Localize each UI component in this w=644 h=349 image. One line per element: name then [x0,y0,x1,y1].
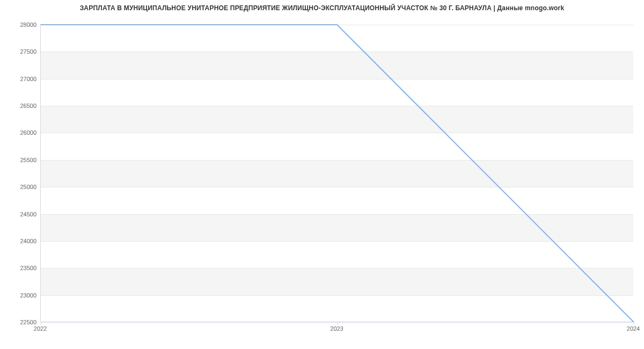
y-axis-label: 27000 [20,76,36,82]
y-axis-label: 27500 [20,48,36,55]
plot-area [40,25,633,322]
y-axis-label: 25500 [20,157,36,163]
y-axis-label: 26500 [20,103,36,109]
y-axis-label: 26000 [20,129,36,136]
x-tick [338,322,338,325]
series-line [41,25,633,322]
x-axis-label: 2023 [330,325,343,332]
y-axis-label: 24500 [20,211,36,217]
y-axis-label: 28000 [20,21,36,28]
y-axis-label: 23500 [20,265,36,271]
x-axis-label: 2022 [34,325,47,332]
y-axis-label: 24000 [20,238,36,244]
x-axis-label: 2024 [627,325,640,332]
x-tick [41,322,41,325]
chart-title: ЗАРПЛАТА В МУНИЦИПАЛЬНОЕ УНИТАРНОЕ ПРЕДП… [0,4,644,12]
line-series [41,25,633,322]
x-tick [634,322,634,325]
y-axis-label: 25000 [20,184,36,190]
y-axis-label: 23000 [20,292,36,299]
y-axis-label: 22500 [20,319,36,325]
